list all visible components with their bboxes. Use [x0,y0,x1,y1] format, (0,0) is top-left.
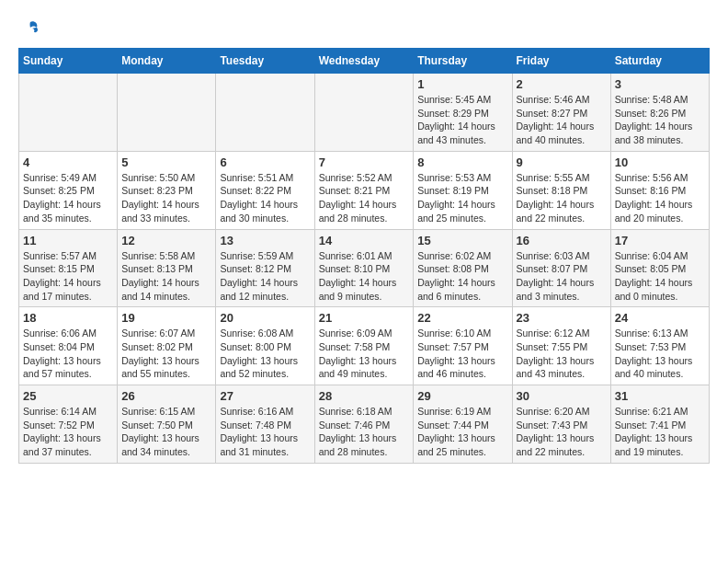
calendar-week-row: 25Sunrise: 6:14 AM Sunset: 7:52 PM Dayli… [19,385,710,464]
calendar-cell: 17Sunrise: 6:04 AM Sunset: 8:05 PM Dayli… [610,229,709,307]
calendar-cell: 19Sunrise: 6:07 AM Sunset: 8:02 PM Dayli… [118,307,216,385]
calendar-cell: 27Sunrise: 6:16 AM Sunset: 7:48 PM Dayli… [216,385,314,464]
calendar-cell: 24Sunrise: 6:13 AM Sunset: 7:53 PM Dayli… [610,307,709,385]
day-info: Sunrise: 6:21 AM Sunset: 7:41 PM Dayligh… [615,405,705,459]
day-info: Sunrise: 5:56 AM Sunset: 8:16 PM Dayligh… [615,171,705,225]
day-info: Sunrise: 5:48 AM Sunset: 8:26 PM Dayligh… [615,93,705,147]
calendar-cell: 16Sunrise: 6:03 AM Sunset: 8:07 PM Dayli… [512,229,610,307]
calendar-cell: 2Sunrise: 5:46 AM Sunset: 8:27 PM Daylig… [512,74,610,152]
day-info: Sunrise: 6:18 AM Sunset: 7:46 PM Dayligh… [319,405,410,459]
day-number: 20 [220,311,310,325]
logo [18,18,40,39]
day-info: Sunrise: 5:51 AM Sunset: 8:22 PM Dayligh… [220,171,310,225]
day-info: Sunrise: 5:59 AM Sunset: 8:12 PM Dayligh… [220,249,310,304]
day-number: 23 [517,311,607,325]
day-info: Sunrise: 6:08 AM Sunset: 8:00 PM Dayligh… [220,327,310,381]
day-info: Sunrise: 5:49 AM Sunset: 8:25 PM Dayligh… [23,171,113,225]
day-info: Sunrise: 6:09 AM Sunset: 7:58 PM Dayligh… [319,327,410,381]
calendar-cell: 1Sunrise: 5:45 AM Sunset: 8:29 PM Daylig… [414,74,512,152]
calendar-cell [118,74,216,152]
day-info: Sunrise: 6:02 AM Sunset: 8:08 PM Dayligh… [417,249,507,304]
day-number: 30 [517,389,607,403]
day-info: Sunrise: 5:46 AM Sunset: 8:27 PM Dayligh… [517,93,607,147]
day-info: Sunrise: 6:12 AM Sunset: 7:55 PM Dayligh… [517,327,607,381]
day-number: 22 [417,311,507,325]
day-number: 10 [615,155,705,169]
day-number: 26 [121,389,211,403]
day-info: Sunrise: 6:16 AM Sunset: 7:48 PM Dayligh… [220,405,310,459]
day-number: 27 [220,389,310,403]
calendar-cell: 29Sunrise: 6:19 AM Sunset: 7:44 PM Dayli… [414,385,512,464]
day-number: 12 [121,234,211,247]
day-number: 14 [319,234,410,247]
day-number: 3 [615,77,705,91]
calendar-cell: 6Sunrise: 5:51 AM Sunset: 8:22 PM Daylig… [216,151,314,229]
day-number: 11 [23,234,113,247]
calendar-cell: 26Sunrise: 6:15 AM Sunset: 7:50 PM Dayli… [118,385,216,464]
day-number: 1 [417,77,507,91]
calendar-week-row: 4Sunrise: 5:49 AM Sunset: 8:25 PM Daylig… [19,151,710,229]
calendar-cell: 15Sunrise: 6:02 AM Sunset: 8:08 PM Dayli… [414,229,512,307]
day-number: 16 [517,234,607,247]
calendar-cell: 7Sunrise: 5:52 AM Sunset: 8:21 PM Daylig… [314,151,414,229]
day-number: 4 [23,155,113,169]
calendar-cell: 20Sunrise: 6:08 AM Sunset: 8:00 PM Dayli… [216,307,314,385]
calendar-table: SundayMondayTuesdayWednesdayThursdayFrid… [18,48,710,464]
calendar-cell: 9Sunrise: 5:55 AM Sunset: 8:18 PM Daylig… [512,151,610,229]
header-tuesday: Tuesday [216,49,314,74]
day-number: 21 [319,311,410,325]
calendar-cell: 18Sunrise: 6:06 AM Sunset: 8:04 PM Dayli… [19,307,118,385]
header-wednesday: Wednesday [314,49,414,74]
calendar-cell: 28Sunrise: 6:18 AM Sunset: 7:46 PM Dayli… [314,385,414,464]
day-number: 28 [319,389,410,403]
day-number: 15 [417,234,507,247]
calendar-cell: 4Sunrise: 5:49 AM Sunset: 8:25 PM Daylig… [19,151,118,229]
header-thursday: Thursday [414,49,512,74]
day-number: 17 [615,234,705,247]
day-info: Sunrise: 5:50 AM Sunset: 8:23 PM Dayligh… [121,171,211,225]
day-info: Sunrise: 6:06 AM Sunset: 8:04 PM Dayligh… [23,327,113,381]
day-info: Sunrise: 6:19 AM Sunset: 7:44 PM Dayligh… [417,405,507,459]
day-number: 2 [517,77,607,91]
day-number: 29 [417,389,507,403]
day-info: Sunrise: 6:14 AM Sunset: 7:52 PM Dayligh… [23,405,113,459]
calendar-cell: 30Sunrise: 6:20 AM Sunset: 7:43 PM Dayli… [512,385,610,464]
day-info: Sunrise: 6:15 AM Sunset: 7:50 PM Dayligh… [121,405,211,459]
calendar-cell [19,74,118,152]
day-info: Sunrise: 5:53 AM Sunset: 8:19 PM Dayligh… [417,171,507,225]
day-info: Sunrise: 5:57 AM Sunset: 8:15 PM Dayligh… [23,249,113,304]
logo-bird-icon [20,18,40,39]
day-number: 25 [23,389,113,403]
day-number: 7 [319,155,410,169]
day-number: 8 [417,155,507,169]
day-number: 31 [615,389,705,403]
calendar-cell: 14Sunrise: 6:01 AM Sunset: 8:10 PM Dayli… [314,229,414,307]
header-monday: Monday [118,49,216,74]
calendar-cell: 10Sunrise: 5:56 AM Sunset: 8:16 PM Dayli… [610,151,709,229]
header-sunday: Sunday [19,49,118,74]
calendar-cell: 21Sunrise: 6:09 AM Sunset: 7:58 PM Dayli… [314,307,414,385]
day-info: Sunrise: 6:04 AM Sunset: 8:05 PM Dayligh… [615,249,705,304]
day-info: Sunrise: 5:58 AM Sunset: 8:13 PM Dayligh… [121,249,211,304]
day-number: 6 [220,155,310,169]
calendar-week-row: 18Sunrise: 6:06 AM Sunset: 8:04 PM Dayli… [19,307,710,385]
day-info: Sunrise: 6:01 AM Sunset: 8:10 PM Dayligh… [319,249,410,304]
calendar-cell: 31Sunrise: 6:21 AM Sunset: 7:41 PM Dayli… [610,385,709,464]
day-number: 5 [121,155,211,169]
calendar-cell: 22Sunrise: 6:10 AM Sunset: 7:57 PM Dayli… [414,307,512,385]
day-info: Sunrise: 5:52 AM Sunset: 8:21 PM Dayligh… [319,171,410,225]
day-info: Sunrise: 5:45 AM Sunset: 8:29 PM Dayligh… [417,93,507,147]
calendar-cell: 11Sunrise: 5:57 AM Sunset: 8:15 PM Dayli… [19,229,118,307]
day-number: 19 [121,311,211,325]
page-header [18,18,710,39]
day-number: 18 [23,311,113,325]
day-info: Sunrise: 6:13 AM Sunset: 7:53 PM Dayligh… [615,327,705,381]
calendar-header-row: SundayMondayTuesdayWednesdayThursdayFrid… [19,49,710,74]
header-friday: Friday [512,49,610,74]
calendar-cell [314,74,414,152]
calendar-cell: 12Sunrise: 5:58 AM Sunset: 8:13 PM Dayli… [118,229,216,307]
calendar-cell: 3Sunrise: 5:48 AM Sunset: 8:26 PM Daylig… [610,74,709,152]
day-info: Sunrise: 6:03 AM Sunset: 8:07 PM Dayligh… [517,249,607,304]
day-number: 13 [220,234,310,247]
calendar-cell: 13Sunrise: 5:59 AM Sunset: 8:12 PM Dayli… [216,229,314,307]
